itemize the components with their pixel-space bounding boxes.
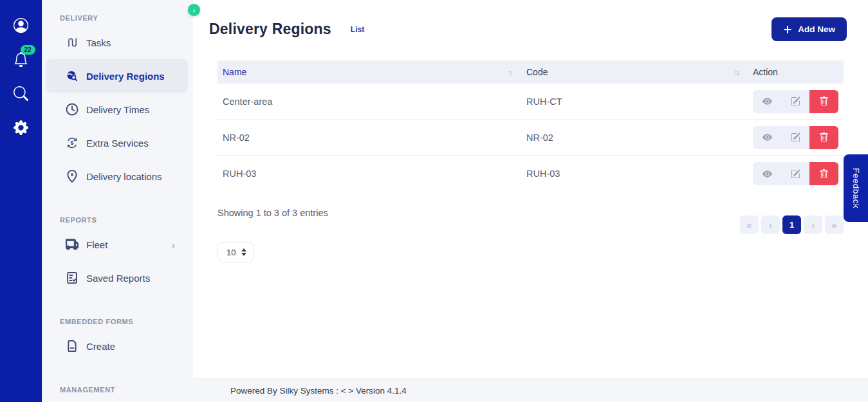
breadcrumb-list-link[interactable]: List bbox=[351, 25, 364, 34]
edit-button[interactable] bbox=[781, 162, 809, 185]
sidebar-item-saved-reports[interactable]: Saved Reports bbox=[46, 261, 188, 295]
main-content: Delivery Regions List Add New Name ↑↓ Co… bbox=[193, 0, 868, 402]
pagination: « ‹ 1 › » bbox=[740, 215, 844, 234]
sidebar-item-fleet[interactable]: Fleet › bbox=[46, 228, 188, 261]
search-icon bbox=[14, 86, 28, 101]
column-header-code[interactable]: Code ↑↓ bbox=[521, 67, 748, 77]
svg-text:$: $ bbox=[70, 140, 73, 146]
regions-table: Name ↑↓ Code ↑↓ Action Center-area RUH-C… bbox=[217, 60, 844, 192]
search-button[interactable] bbox=[13, 85, 30, 102]
pagination-prev-button[interactable]: ‹ bbox=[761, 215, 780, 234]
footer-text: Powered By Silky Systems : < > Version 4… bbox=[230, 386, 407, 396]
delete-button[interactable] bbox=[809, 90, 838, 113]
column-header-name[interactable]: Name ↑↓ bbox=[217, 67, 521, 77]
add-new-label: Add New bbox=[798, 24, 835, 34]
chevron-left-icon: ‹ bbox=[193, 6, 196, 14]
chevron-right-icon: › bbox=[172, 239, 175, 250]
sidebar-item-label: Fleet bbox=[86, 239, 107, 250]
edit-button[interactable] bbox=[781, 126, 809, 149]
pagination-last-button[interactable]: » bbox=[825, 215, 844, 234]
page-title: Delivery Regions bbox=[209, 21, 331, 38]
eye-icon bbox=[762, 169, 772, 179]
cell-code: NR-02 bbox=[521, 132, 748, 143]
trash-icon bbox=[819, 169, 829, 179]
trash-icon bbox=[819, 132, 829, 142]
cell-code: RUH-03 bbox=[521, 169, 748, 179]
stepper-icon bbox=[241, 248, 246, 256]
sidebar-item-create[interactable]: Create bbox=[46, 329, 188, 363]
cell-name: NR-02 bbox=[217, 132, 521, 143]
pagination-first-button[interactable]: « bbox=[740, 215, 759, 234]
edit-icon bbox=[791, 96, 800, 106]
settings-button[interactable] bbox=[13, 119, 30, 136]
globe-search-icon bbox=[65, 69, 78, 83]
clock-icon bbox=[65, 103, 78, 116]
sidebar-item-label: Extra Services bbox=[86, 138, 149, 149]
add-new-button[interactable]: Add New bbox=[771, 17, 847, 41]
feedback-tab[interactable]: Feedback bbox=[844, 154, 868, 222]
sidebar-item-extra-services[interactable]: $ Extra Services bbox=[46, 126, 188, 160]
sidebar-item-label: Tasks bbox=[86, 37, 111, 48]
section-label-delivery: DELIVERY bbox=[60, 14, 193, 22]
table-row: RUH-03 RUH-03 bbox=[217, 156, 844, 192]
sort-icon[interactable]: ↑↓ bbox=[508, 68, 512, 76]
dollar-cycle-icon: $ bbox=[65, 136, 78, 150]
sidebar: DELIVERY Tasks Delivery Regions Delivery… bbox=[42, 0, 193, 402]
section-label-management: MANAGEMENT bbox=[60, 386, 193, 394]
table-row: NR-02 NR-02 bbox=[217, 120, 844, 156]
delete-button[interactable] bbox=[809, 162, 838, 185]
entries-summary: Showing 1 to 3 of 3 entries bbox=[217, 208, 328, 218]
page-size-select[interactable]: 10 bbox=[217, 242, 254, 262]
user-circle-icon bbox=[14, 18, 28, 33]
app-footer: Powered By Silky Systems : < > Version 4… bbox=[193, 378, 868, 402]
table-row: Center-area RUH-CT bbox=[217, 84, 844, 120]
sidebar-item-label: Saved Reports bbox=[86, 273, 150, 284]
edit-icon bbox=[791, 132, 800, 142]
profile-button[interactable] bbox=[13, 17, 30, 33]
row-actions bbox=[753, 126, 838, 149]
view-button[interactable] bbox=[753, 90, 781, 113]
edit-button[interactable] bbox=[781, 90, 809, 113]
eye-icon bbox=[762, 96, 772, 106]
notifications-button[interactable]: 22 bbox=[13, 51, 30, 68]
column-header-action: Action bbox=[748, 67, 844, 77]
cell-name: Center-area bbox=[217, 96, 521, 107]
row-actions bbox=[753, 90, 838, 113]
sort-icon[interactable]: ↑↓ bbox=[734, 68, 739, 76]
sidebar-collapse-button[interactable]: ‹ bbox=[188, 4, 200, 16]
truck-icon bbox=[65, 238, 78, 251]
icon-rail: 22 bbox=[0, 0, 42, 402]
edit-icon bbox=[791, 169, 800, 179]
page-size-value: 10 bbox=[226, 248, 235, 257]
file-icon bbox=[65, 340, 78, 353]
sidebar-item-label: Delivery Times bbox=[86, 104, 149, 115]
view-button[interactable] bbox=[753, 162, 781, 185]
sidebar-item-delivery-locations[interactable]: Delivery locations bbox=[46, 160, 188, 193]
view-button[interactable] bbox=[753, 126, 781, 149]
sidebar-item-label: Create bbox=[86, 341, 115, 352]
map-pin-icon bbox=[65, 170, 78, 183]
sidebar-item-label: Delivery Regions bbox=[86, 71, 165, 82]
gear-icon bbox=[14, 120, 28, 135]
section-label-embedded-forms: EMBEDDED FORMS bbox=[60, 318, 193, 325]
trash-icon bbox=[819, 96, 829, 106]
notification-badge: 22 bbox=[21, 45, 35, 55]
sidebar-item-tasks[interactable]: Tasks bbox=[46, 26, 188, 59]
eye-icon bbox=[762, 132, 772, 142]
pagination-page-1-button[interactable]: 1 bbox=[782, 215, 801, 234]
delete-button[interactable] bbox=[809, 126, 838, 149]
sidebar-item-delivery-times[interactable]: Delivery Times bbox=[46, 93, 188, 126]
plus-icon bbox=[783, 25, 792, 34]
cell-code: RUH-CT bbox=[521, 96, 748, 107]
pagination-next-button[interactable]: › bbox=[804, 215, 822, 234]
sidebar-item-label: Delivery locations bbox=[86, 171, 162, 182]
report-check-icon bbox=[65, 271, 78, 285]
section-label-reports: REPORTS bbox=[60, 216, 193, 224]
row-actions bbox=[753, 162, 838, 185]
sidebar-item-delivery-regions[interactable]: Delivery Regions bbox=[46, 59, 188, 93]
route-icon bbox=[65, 36, 78, 50]
cell-name: RUH-03 bbox=[217, 169, 521, 179]
table-header-row: Name ↑↓ Code ↑↓ Action bbox=[217, 60, 844, 84]
